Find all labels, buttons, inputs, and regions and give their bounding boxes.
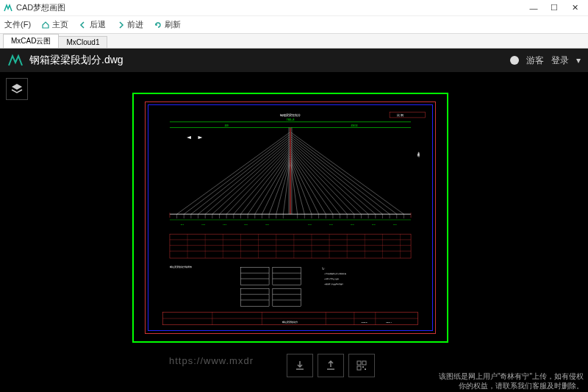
- svg-line-17: [226, 147, 290, 214]
- svg-rect-105: [240, 268, 269, 285]
- svg-line-38: [291, 158, 319, 214]
- svg-text:760+3: 760+3: [287, 118, 295, 121]
- svg-text:比 例: 比 例: [397, 113, 404, 117]
- drawing-border-inner: 钢箱梁梁段划分 比 例 760+3 439 458.53: [148, 104, 433, 331]
- svg-line-29: [291, 139, 382, 214]
- svg-rect-138: [362, 366, 364, 368]
- svg-rect-135: [357, 361, 361, 365]
- disclaimer-text: 该图纸是网上用户"奇林有宁"上传，如有侵权 你的权益，请联系我们客服及时删除。: [434, 370, 588, 392]
- svg-text:S291-4: S291-4: [386, 321, 392, 324]
- menu-home[interactable]: 主页: [41, 19, 68, 30]
- watermark-text: https://www.mxdr: [169, 355, 254, 366]
- layers-button[interactable]: [6, 78, 28, 100]
- svg-line-11: [184, 135, 290, 214]
- window-controls: ― ☐ ✕: [523, 1, 585, 15]
- svg-text:16.5: 16.5: [329, 224, 333, 226]
- window-titlebar: CAD梦想画图 ― ☐ ✕: [0, 0, 588, 16]
- svg-line-19: [240, 152, 290, 214]
- svg-text:注:: 注:: [322, 267, 325, 270]
- svg-text:钢箱梁梁段划分: 钢箱梁梁段划分: [282, 321, 298, 324]
- cad-viewer: 钢箱梁梁段划分.dwg 游客 登录 ▾ 钢箱梁梁段划分 比 例 760+3: [0, 49, 588, 392]
- menu-file[interactable]: 文件(F): [4, 19, 31, 30]
- svg-rect-136: [362, 361, 366, 365]
- filename-label: 钢箱梁梁段划分.dwg: [29, 54, 510, 67]
- back-icon: [79, 21, 87, 29]
- qrcode-button[interactable]: [348, 354, 375, 377]
- svg-text:16.5: 16.5: [201, 224, 205, 226]
- svg-line-33: [291, 147, 354, 214]
- svg-marker-133: [198, 136, 203, 139]
- forward-icon: [116, 21, 125, 29]
- svg-line-27: [291, 135, 397, 214]
- svg-rect-139: [365, 368, 366, 370]
- minimize-button[interactable]: ―: [523, 1, 544, 15]
- svg-text:16.5: 16.5: [265, 224, 269, 226]
- viewer-header: 钢箱梁梁段划分.dwg 游客 登录 ▾: [0, 49, 588, 72]
- svg-line-20: [248, 154, 290, 214]
- svg-line-39: [291, 160, 312, 214]
- cad-drawing: 钢箱梁梁段划分 比 例 760+3 439 458.53: [148, 105, 432, 330]
- svg-text:2.图中尺寸单位为厘米: 2.图中尺寸单位为厘米: [324, 278, 339, 280]
- svg-text:16.5: 16.5: [223, 224, 226, 226]
- tab-mxcad-cloud[interactable]: MxCAD云图: [3, 34, 59, 48]
- user-area: 游客 登录 ▾: [510, 54, 581, 67]
- svg-line-30: [291, 141, 376, 214]
- svg-text:439: 439: [225, 124, 229, 127]
- svg-line-14: [205, 141, 290, 214]
- svg-line-23: [269, 160, 290, 214]
- svg-text:上 承 式 钢 箱: 上 承 式 钢 箱: [417, 150, 420, 157]
- svg-text:458.53: 458.53: [351, 124, 357, 127]
- svg-line-22: [262, 158, 290, 214]
- svg-line-28: [291, 137, 390, 214]
- svg-text:2408(1): 2408(1): [362, 321, 368, 324]
- svg-text:3.梁段编号从左至右依次递增: 3.梁段编号从左至右依次递增: [324, 283, 343, 285]
- menu-forward[interactable]: 前进: [116, 19, 143, 30]
- svg-rect-137: [357, 366, 361, 370]
- svg-rect-106: [273, 268, 301, 285]
- tabbar: MxCAD云图 MxCloud1: [0, 34, 588, 49]
- svg-text:1.本图以桥梁中心线为对称轴绘制: 1.本图以桥梁中心线为对称轴绘制: [324, 273, 346, 275]
- svg-rect-108: [273, 289, 301, 307]
- window-title: CAD梦想画图: [16, 2, 523, 13]
- svg-text:16.5: 16.5: [244, 224, 248, 226]
- home-icon: [41, 21, 50, 29]
- svg-rect-107: [240, 289, 269, 307]
- maximize-button[interactable]: ☐: [544, 1, 564, 15]
- tab-mxcloud1[interactable]: MxCloud1: [58, 36, 107, 48]
- menubar: 文件(F) 主页 后退 前进 刷新: [0, 16, 588, 34]
- svg-text:16.5: 16.5: [308, 224, 312, 226]
- svg-text:16.5: 16.5: [180, 224, 184, 226]
- menu-back[interactable]: 后退: [79, 19, 106, 30]
- viewer-logo-icon: [7, 52, 24, 68]
- refresh-icon: [154, 21, 162, 29]
- share-button[interactable]: [318, 354, 344, 377]
- drawing-title: 钢箱梁梁段划分: [279, 113, 301, 117]
- guest-label: 游客: [526, 54, 544, 67]
- svg-line-35: [291, 152, 340, 214]
- close-button[interactable]: ✕: [564, 1, 585, 15]
- chevron-down-icon[interactable]: ▾: [576, 55, 581, 65]
- drawing-canvas[interactable]: 钢箱梁梁段划分 比 例 760+3 439 458.53: [132, 93, 448, 343]
- svg-line-13: [198, 139, 290, 214]
- svg-line-41: [291, 165, 298, 215]
- download-button[interactable]: [287, 354, 313, 377]
- svg-rect-0: [390, 112, 425, 118]
- svg-marker-134: [187, 136, 191, 139]
- svg-text:钢箱梁梁段划分明细表: 钢箱梁梁段划分明细表: [169, 266, 192, 268]
- app-icon: [3, 3, 13, 13]
- svg-rect-88: [170, 234, 411, 258]
- svg-line-15: [212, 143, 290, 214]
- user-avatar-icon: [510, 56, 519, 65]
- menu-refresh[interactable]: 刷新: [154, 19, 181, 30]
- login-link[interactable]: 登录: [551, 54, 569, 67]
- svg-line-25: [283, 165, 290, 215]
- svg-text:16.5: 16.5: [372, 224, 376, 226]
- svg-line-36: [291, 154, 333, 214]
- svg-line-12: [191, 137, 290, 214]
- svg-line-31: [291, 143, 368, 214]
- svg-text:16.5: 16.5: [351, 224, 354, 226]
- drawing-border-outer: 钢箱梁梁段划分 比 例 760+3 439 458.53: [145, 101, 436, 334]
- svg-text:16.5: 16.5: [393, 224, 397, 226]
- bottom-toolbar: [287, 354, 375, 377]
